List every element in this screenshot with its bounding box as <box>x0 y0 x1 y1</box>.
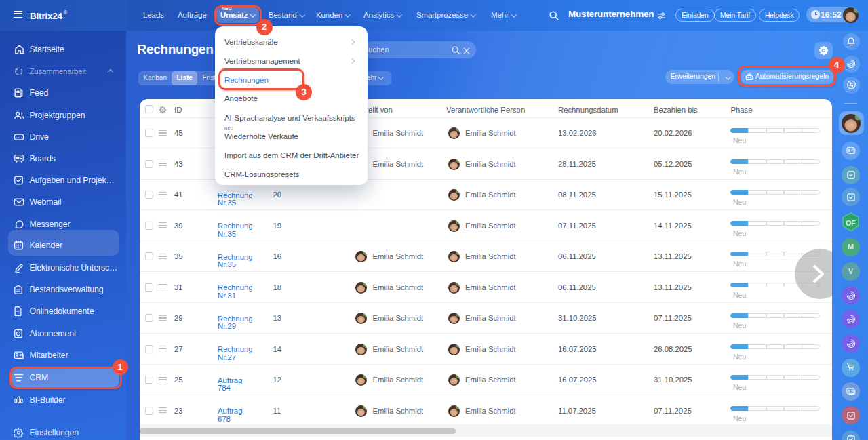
svg-text:OF: OF <box>846 220 855 227</box>
